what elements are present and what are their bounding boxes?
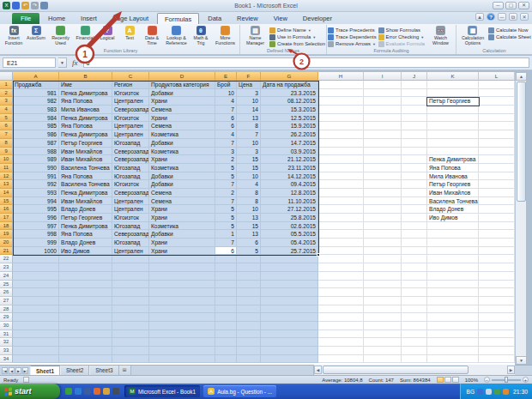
- cell-I21[interactable]: [364, 247, 402, 256]
- cell-D10[interactable]: Храни: [149, 155, 215, 164]
- cell-G12[interactable]: 14.12.2015: [261, 172, 318, 181]
- cell-L14[interactable]: [479, 189, 515, 197]
- save-icon[interactable]: [12, 2, 20, 9]
- cell-E26[interactable]: [215, 288, 237, 297]
- cell-I1[interactable]: [364, 81, 402, 89]
- cell-J18[interactable]: [402, 222, 427, 231]
- cell-K21[interactable]: [427, 247, 479, 256]
- last-sheet-icon[interactable]: ▶|: [22, 367, 28, 374]
- row-header-13[interactable]: 13: [0, 180, 13, 189]
- column-header-g[interactable]: G: [261, 72, 318, 81]
- close-window-icon[interactable]: ✕: [518, 2, 529, 9]
- cell-D16[interactable]: Храни: [149, 205, 215, 214]
- cell-B34[interactable]: [59, 355, 112, 364]
- cell-K15[interactable]: Василена Тончева: [427, 197, 479, 206]
- cell-A24[interactable]: [13, 272, 59, 281]
- cell-E27[interactable]: [215, 297, 237, 305]
- cell-K10[interactable]: Пенка Димитрова: [427, 155, 479, 164]
- workbook-restore-icon[interactable]: ⧉: [509, 13, 517, 21]
- cell-F6[interactable]: 8: [237, 122, 261, 130]
- cell-K18[interactable]: [427, 222, 479, 231]
- ribbon-item-remove-arrows[interactable]: Remove Arrows▼: [328, 40, 376, 47]
- cell-F34[interactable]: [237, 355, 261, 364]
- cell-J13[interactable]: [402, 180, 427, 189]
- cell-K3[interactable]: Петър Георгиев: [427, 97, 479, 106]
- ribbon-button-text[interactable]: AText: [118, 25, 141, 41]
- cell-J31[interactable]: [402, 330, 427, 339]
- cell-L25[interactable]: [479, 281, 515, 289]
- cell-B19[interactable]: Яна Попова: [59, 230, 112, 239]
- cell-J8[interactable]: [402, 139, 427, 148]
- cell-C2[interactable]: Югоизток: [112, 89, 149, 98]
- cell-E17[interactable]: 5: [215, 214, 237, 222]
- cell-K13[interactable]: Петър Георгиев: [427, 180, 479, 189]
- cell-F11[interactable]: 15: [237, 164, 261, 172]
- workbook-minimize-icon[interactable]: ─: [498, 13, 506, 21]
- cell-C8[interactable]: Югозапад: [112, 139, 149, 148]
- cell-A2[interactable]: 981: [13, 89, 59, 98]
- cell-G11[interactable]: 23.11.2015: [261, 164, 318, 172]
- formula-input[interactable]: 6: [83, 57, 530, 68]
- cell-J27[interactable]: [402, 297, 427, 305]
- cell-H14[interactable]: [318, 189, 364, 197]
- cell-A5[interactable]: 984: [13, 114, 59, 123]
- cell-F13[interactable]: 4: [237, 180, 261, 189]
- cell-H23[interactable]: [318, 263, 364, 272]
- cell-A17[interactable]: 996: [13, 214, 59, 222]
- cell-J7[interactable]: [402, 130, 427, 139]
- cell-L8[interactable]: [479, 139, 515, 148]
- cell-E31[interactable]: [215, 330, 237, 339]
- cell-B27[interactable]: [59, 297, 112, 305]
- cell-F19[interactable]: 13: [237, 230, 261, 239]
- cell-A8[interactable]: 987: [13, 139, 59, 148]
- cell-C24[interactable]: [112, 272, 149, 281]
- cell-C12[interactable]: Югозапад: [112, 172, 149, 181]
- cell-B32[interactable]: [59, 338, 112, 347]
- cell-D3[interactable]: Храни: [149, 97, 215, 106]
- cell-F23[interactable]: [237, 263, 261, 272]
- cell-J17[interactable]: [402, 214, 427, 222]
- cell-E20[interactable]: 7: [215, 239, 237, 247]
- cell-K24[interactable]: [427, 272, 479, 281]
- cell-J26[interactable]: [402, 288, 427, 297]
- cell-G4[interactable]: 15.3.2015: [261, 106, 318, 114]
- tab-file[interactable]: File: [12, 13, 39, 24]
- cell-C10[interactable]: Северозапад: [112, 155, 149, 164]
- zoom-in-icon[interactable]: +: [523, 377, 529, 383]
- cell-C20[interactable]: Югозапад: [112, 239, 149, 247]
- ribbon-button-insert-function[interactable]: fxInsert Function: [3, 25, 25, 46]
- cell-F4[interactable]: 14: [237, 106, 261, 114]
- cell-H18[interactable]: [318, 222, 364, 231]
- prev-sheet-icon[interactable]: ◀: [9, 367, 15, 374]
- ribbon-item-use-in-formula[interactable]: Use in Formula▼: [269, 33, 325, 40]
- cell-I31[interactable]: [364, 330, 402, 339]
- cell-B26[interactable]: [59, 288, 112, 297]
- cell-J10[interactable]: [402, 155, 427, 164]
- cell-H4[interactable]: [318, 106, 364, 114]
- cell-L24[interactable]: [479, 272, 515, 281]
- cell-A4[interactable]: 983: [13, 106, 59, 114]
- cell-B21[interactable]: Иво Димов: [59, 247, 112, 256]
- cell-L9[interactable]: [479, 148, 515, 156]
- cell-C16[interactable]: Централен: [112, 205, 149, 214]
- cell-L7[interactable]: [479, 130, 515, 139]
- cell-L23[interactable]: [479, 263, 515, 272]
- cell-B4[interactable]: Мила Иванова: [59, 106, 112, 114]
- update-icon[interactable]: [503, 389, 509, 395]
- cell-I12[interactable]: [364, 172, 402, 181]
- cell-F30[interactable]: [237, 322, 261, 330]
- cell-G5[interactable]: 12.5.2015: [261, 114, 318, 123]
- cell-B18[interactable]: Пенка Димитрова: [59, 222, 112, 231]
- cell-H26[interactable]: [318, 288, 364, 297]
- cell-G17[interactable]: 25.8.2015: [261, 214, 318, 222]
- row-header-19[interactable]: 19: [0, 230, 13, 239]
- cell-F22[interactable]: [237, 255, 261, 263]
- cell-F26[interactable]: [237, 288, 261, 297]
- cell-D20[interactable]: Храни: [149, 239, 215, 247]
- cell-B22[interactable]: [59, 255, 112, 263]
- cell-B23[interactable]: [59, 263, 112, 272]
- cell-E3[interactable]: 4: [215, 97, 237, 106]
- internet-explorer-icon[interactable]: [75, 388, 82, 395]
- cell-I17[interactable]: [364, 214, 402, 222]
- ribbon-button-more-functions[interactable]: More Functions: [212, 25, 239, 46]
